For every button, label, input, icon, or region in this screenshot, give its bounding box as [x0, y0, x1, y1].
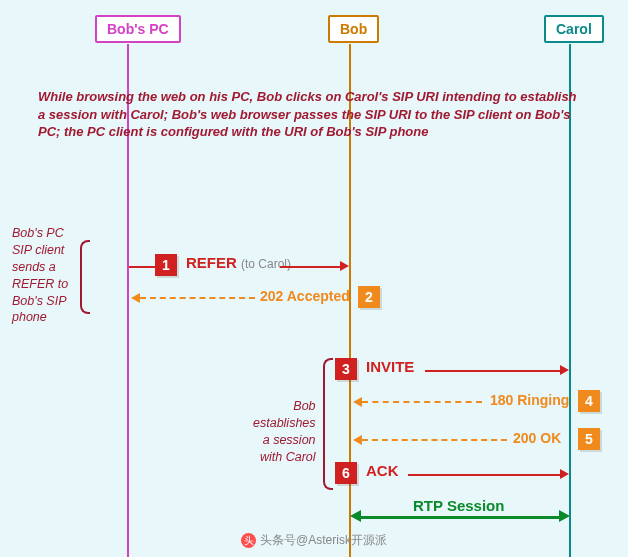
- msg-subtext: (to Carol): [241, 257, 291, 271]
- arrow-2-head: [131, 293, 140, 303]
- arrow-4-head: [353, 397, 362, 407]
- rtp-line: [360, 516, 560, 519]
- step-6-box: 6: [335, 462, 357, 484]
- step-1-box: 1: [155, 254, 177, 276]
- arrow-1-tail: [129, 266, 155, 268]
- watermark: 头头条号@Asterisk开源派: [0, 532, 628, 549]
- actor-carol: Carol: [544, 15, 604, 43]
- actor-label: Carol: [556, 21, 592, 37]
- arrow-3-head: [560, 365, 569, 375]
- step-number: 4: [585, 393, 593, 409]
- arrow-1: [280, 266, 342, 268]
- brace-1: [80, 240, 90, 314]
- watermark-text: 头条号@Asterisk开源派: [260, 533, 387, 547]
- arrow-3: [425, 370, 562, 372]
- step-4-label: 180 Ringing: [490, 392, 569, 408]
- step-5-label: 200 OK: [513, 430, 561, 446]
- step-number: 5: [585, 431, 593, 447]
- step-3-box: 3: [335, 358, 357, 380]
- actor-label: Bob: [340, 21, 367, 37]
- msg-text: REFER: [186, 254, 237, 271]
- step-number: 2: [365, 289, 373, 305]
- step-number: 3: [342, 361, 350, 377]
- rtp-head-right: [559, 510, 570, 522]
- intro-text: While browsing the web on his PC, Bob cl…: [38, 88, 578, 141]
- step-4-box: 4: [578, 390, 600, 412]
- rtp-head-left: [350, 510, 361, 522]
- actor-bob: Bob: [328, 15, 379, 43]
- arrow-6: [408, 474, 562, 476]
- actor-label: Bob's PC: [107, 21, 169, 37]
- step-5-box: 5: [578, 428, 600, 450]
- side-note-refer: Bob's PC SIP client sends a REFER to Bob…: [12, 225, 68, 326]
- side-note-session: Bob establishes a session with Carol: [253, 398, 316, 466]
- watermark-icon: 头: [241, 533, 256, 548]
- arrow-6-head: [560, 469, 569, 479]
- actor-bobs-pc: Bob's PC: [95, 15, 181, 43]
- arrow-1-head: [340, 261, 349, 271]
- rtp-label: RTP Session: [413, 497, 504, 514]
- arrow-5-head: [353, 435, 362, 445]
- step-1-label: REFER (to Carol): [186, 254, 291, 271]
- step-number: 6: [342, 465, 350, 481]
- step-number: 1: [162, 257, 170, 273]
- step-2-box: 2: [358, 286, 380, 308]
- step-3-label: INVITE: [366, 358, 414, 375]
- brace-2: [323, 358, 333, 490]
- step-2-label: 202 Accepted: [260, 288, 350, 304]
- step-6-label: ACK: [366, 462, 399, 479]
